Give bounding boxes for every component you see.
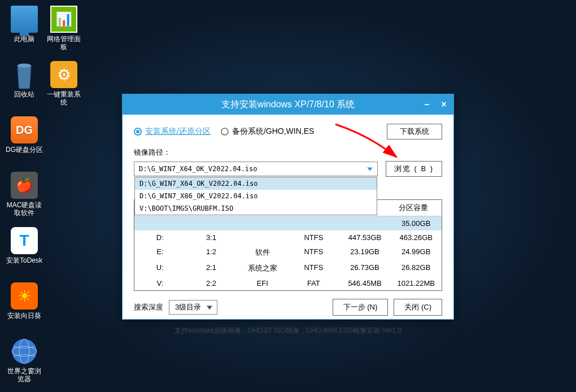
cell-used: 546.45MB <box>339 276 391 290</box>
desktop-icon-browser[interactable]: 世界之窗浏览器 <box>5 338 44 384</box>
minimize-button[interactable]: – <box>422 99 432 110</box>
desktop-icon-this-pc[interactable]: 此电脑 <box>5 6 44 43</box>
cell-total: 24.99GB <box>390 245 442 260</box>
cell-fs: NTFS <box>288 245 339 260</box>
cell-drive: U: <box>134 260 186 276</box>
image-path-combo[interactable]: D:\G_WIN7_X64_OK_V2022.04.iso D:\G_WIN7_… <box>134 162 378 176</box>
cell-idx: 3:1 <box>186 230 237 245</box>
cell-used: 26.73GB <box>339 260 391 276</box>
depth-value: 3级目录 <box>175 303 201 311</box>
browse-button[interactable]: 浏览 ( B ) <box>386 161 442 177</box>
cell-total: 26.82GB <box>390 260 442 276</box>
sunflower-icon: ☀ <box>11 282 38 310</box>
cell-name: 软件 <box>237 245 288 260</box>
table-row[interactable]: U: 2:1 系统之家 NTFS 26.73GB 26.82GB <box>134 260 442 276</box>
table-row[interactable]: V: 2:2 EFI FAT 546.45MB 1021.22MB <box>134 276 442 290</box>
desktop-icon-reinstall[interactable]: ⚙ 一键重装系统 <box>44 61 84 107</box>
cell-fs: NTFS <box>288 260 339 276</box>
col-capacity: 分区容量 <box>385 200 442 216</box>
combo-value: D:\G_WIN7_X64_OK_V2022.04.iso <box>139 165 258 173</box>
icon-label: DG硬盘分区 <box>5 146 44 154</box>
radio-label: 备份系统/GHO,WIN,ES <box>232 127 314 137</box>
dropdown-option[interactable]: D:\G_WIN7_X64_OK_V2022.04.iso <box>135 177 377 190</box>
table-row[interactable]: 35.00GB <box>134 216 442 230</box>
dropdown-list: D:\G_WIN7_X64_OK_V2022.04.iso D:\G_WIN7_… <box>134 177 377 215</box>
depth-select[interactable]: 3级目录 <box>169 300 217 315</box>
desktop-icon-netpanel[interactable]: 📊 网络管理面板 <box>44 6 84 51</box>
cell-idx: 1:2 <box>186 245 237 260</box>
dg-icon: DG <box>11 116 38 143</box>
dropdown-option[interactable]: V:\BOOT\IMGS\GRUBFM.ISO <box>135 202 377 215</box>
svg-point-1 <box>12 339 37 364</box>
panel-icon: 📊 <box>50 6 77 33</box>
cell-used: 447.53GB <box>339 230 391 245</box>
cell-drive: V: <box>134 276 186 290</box>
dropdown-option[interactable]: D:\G_WIN7_X86_OK_V2022.04.iso <box>135 190 377 202</box>
table-row[interactable]: D: 3:1 NTFS 447.53GB 463.26GB <box>134 230 442 245</box>
cell-total: 1021.22MB <box>390 276 442 290</box>
cell-fs: FAT <box>288 276 339 290</box>
cell-fs: NTFS <box>288 230 339 245</box>
close-window-button[interactable]: 关闭 (C) <box>394 299 442 316</box>
radio-icon <box>221 128 229 136</box>
cell-total: 463.26GB <box>390 230 442 245</box>
icon-label: 回收站 <box>5 90 44 98</box>
desktop-icon-sunflower[interactable]: ☀ 安装向日葵 <box>5 282 44 320</box>
depth-label: 搜索深度 <box>134 302 163 312</box>
radio-icon <box>134 128 142 136</box>
cell-name: EFI <box>237 276 288 290</box>
monitor-icon <box>11 6 38 33</box>
radio-backup[interactable]: 备份系统/GHO,WIN,ES <box>221 127 314 137</box>
next-button[interactable]: 下一步 (N) <box>333 299 389 316</box>
path-label: 镜像路径： <box>134 147 442 158</box>
desktop-icon-recycle[interactable]: 回收站 <box>5 61 44 98</box>
radio-label: 安装系统/还原分区 <box>145 127 211 137</box>
titlebar[interactable]: 支持安装windows XP/7/8/10 系统 – × <box>123 94 453 115</box>
cell-drive: D: <box>134 230 186 245</box>
cell-total: 35.00GB <box>390 216 442 230</box>
icon-label: MAC硬盘读取软件 <box>5 201 44 217</box>
table-row[interactable]: E: 1:2 软件 NTFS 23.19GB 24.99GB <box>134 245 442 260</box>
close-button[interactable]: × <box>439 99 449 110</box>
footer-text: 支持windows原版镜像，GHOST ISO镜像，GHO,WIM,ESD镜像安… <box>123 321 453 340</box>
icon-label: 安装ToDesk <box>5 256 44 264</box>
cell-name: 系统之家 <box>237 260 288 276</box>
radio-install[interactable]: 安装系统/还原分区 <box>134 127 211 137</box>
desktop-icon-todesk[interactable]: T 安装ToDesk <box>5 227 44 264</box>
cell-drive: E: <box>134 245 186 260</box>
window-title: 支持安装windows XP/7/8/10 系统 <box>221 99 355 111</box>
icon-label: 网络管理面板 <box>44 35 84 51</box>
desktop-icon-dg[interactable]: DG DG硬盘分区 <box>5 116 44 154</box>
cell-idx: 2:2 <box>186 276 237 290</box>
trash-icon <box>11 61 38 88</box>
svg-point-0 <box>18 64 31 68</box>
gear-icon: ⚙ <box>50 61 77 88</box>
cell-idx: 2:1 <box>186 260 237 276</box>
apple-icon: 🍎 <box>11 172 38 199</box>
cell-name <box>237 230 288 245</box>
globe-icon <box>11 338 38 365</box>
download-button[interactable]: 下载系统 <box>387 124 442 140</box>
icon-label: 世界之窗浏览器 <box>5 367 44 384</box>
todesk-icon: T <box>11 227 38 254</box>
cell-used: 23.19GB <box>339 245 391 260</box>
icon-label: 安装向日葵 <box>5 312 44 320</box>
installer-window: 支持安装windows XP/7/8/10 系统 – × 安装系统/还原分区 备… <box>122 94 454 320</box>
icon-label: 一键重装系统 <box>44 90 84 107</box>
icon-label: 此电脑 <box>5 35 44 43</box>
desktop-icon-mac[interactable]: 🍎 MAC硬盘读取软件 <box>5 172 44 217</box>
